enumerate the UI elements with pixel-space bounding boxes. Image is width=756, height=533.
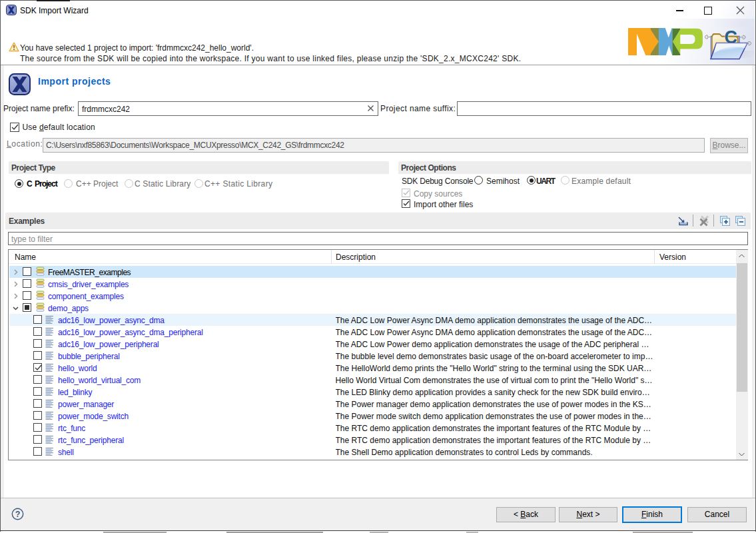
svg-text:?: ? [15, 510, 21, 519]
